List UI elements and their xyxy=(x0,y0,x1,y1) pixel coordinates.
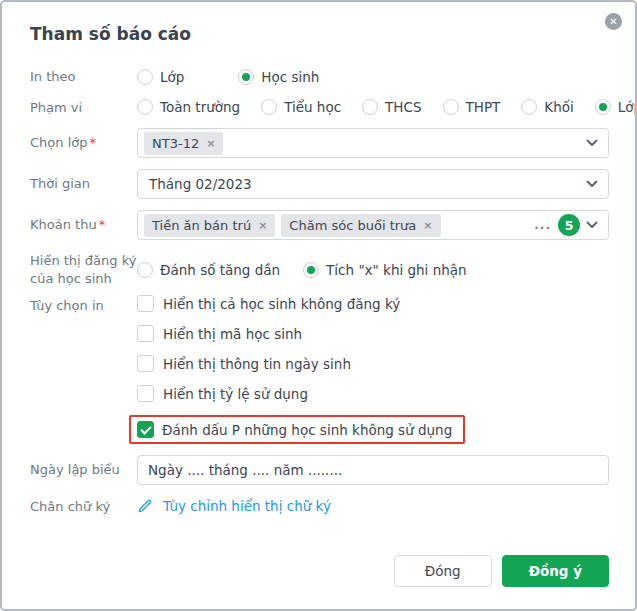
radio-icon[interactable] xyxy=(137,262,153,278)
radio-label[interactable]: Lớp xyxy=(160,69,184,85)
row-report-date: Ngày lập biểu Ngày .... tháng .... năm .… xyxy=(30,455,609,485)
radio-option-thcs[interactable]: THCS xyxy=(362,99,421,115)
overflow-indicator: ... 5 xyxy=(534,214,580,236)
radio-label[interactable]: Học sinh xyxy=(261,69,319,85)
print-by-label: In theo xyxy=(30,68,137,86)
dialog-title: Tham số báo cáo xyxy=(30,24,609,44)
dialog-footer: Đóng Đồng ý xyxy=(30,555,609,587)
checkbox-icon[interactable] xyxy=(137,325,154,342)
time-period-label: Thời gian xyxy=(30,175,137,193)
tag-text: NT3-12 xyxy=(152,136,199,151)
radio-label[interactable]: Tiểu học xyxy=(284,99,341,115)
checkbox-label[interactable]: Hiển thị tỷ lệ sử dụng xyxy=(163,386,308,402)
row-signature-footer: Chân chữ ký Tùy chỉnh hiển thị chữ ký xyxy=(30,497,609,517)
checkbox-show-unregistered[interactable]: Hiển thị cả học sinh không đăng ký xyxy=(137,295,609,312)
remove-tag-icon[interactable]: × xyxy=(423,219,432,232)
row-fee-select: Khoản thu* Tiền ăn bán trú × Chăm sóc bu… xyxy=(30,210,609,240)
checkbox-icon[interactable] xyxy=(137,385,154,402)
selected-count-badge: 5 xyxy=(558,214,580,236)
radio-label[interactable]: THCS xyxy=(385,99,421,115)
radio-label[interactable]: Đánh số tăng dần xyxy=(160,262,280,278)
radio-icon[interactable] xyxy=(137,69,153,85)
row-scope: Phạm vi Toàn trường Tiểu học THCS THPT xyxy=(30,99,609,117)
selected-value: Tháng 02/2023 xyxy=(144,176,252,192)
ellipsis-text: ... xyxy=(534,218,551,232)
close-icon[interactable]: ✕ xyxy=(605,13,622,30)
report-date-input[interactable]: Ngày .... tháng .... năm ........ xyxy=(137,455,609,485)
selected-fee-tag: Chăm sóc buổi trưa × xyxy=(281,214,440,237)
checkbox-label[interactable]: Hiển thị thông tin ngày sinh xyxy=(163,356,351,372)
radio-option-danh-so[interactable]: Đánh số tăng dần xyxy=(137,262,280,278)
radio-label[interactable]: THPT xyxy=(466,99,501,115)
radio-label[interactable]: Khối xyxy=(544,99,573,115)
confirm-button[interactable]: Đồng ý xyxy=(502,555,609,587)
radio-label[interactable]: Toàn trường xyxy=(160,99,240,115)
selected-class-tag: NT3-12 × xyxy=(144,132,223,155)
print-options-label: Tùy chọn in xyxy=(30,295,137,315)
row-print-by: In theo Lớp Học sinh xyxy=(30,68,609,86)
checkbox-label[interactable]: Hiển thị cả học sinh không đăng ký xyxy=(163,296,400,312)
radio-option-tich-x[interactable]: Tích "x" khi ghi nhận xyxy=(303,262,467,278)
radio-option-tieu-hoc[interactable]: Tiểu học xyxy=(261,99,341,115)
selected-fee-tag: Tiền ăn bán trú × xyxy=(144,214,275,237)
tag-text: Tiền ăn bán trú xyxy=(152,218,251,233)
checkbox-show-usage-rate[interactable]: Hiển thị tỷ lệ sử dụng xyxy=(137,385,609,402)
radio-icon[interactable] xyxy=(362,99,378,115)
radio-option-khoi[interactable]: Khối xyxy=(521,99,573,115)
radio-icon[interactable] xyxy=(443,99,459,115)
input-value: Ngày .... tháng .... năm ........ xyxy=(148,462,342,478)
highlight-red-box: Đánh dấu P những học sinh không sử dụng xyxy=(129,415,465,444)
row-time-period: Thời gian Tháng 02/2023 xyxy=(30,169,609,199)
row-print-options: Tùy chọn in Hiển thị cả học sinh không đ… xyxy=(30,295,609,444)
link-text[interactable]: Tùy chỉnh hiển thị chữ ký xyxy=(163,498,331,514)
radio-option-lop[interactable]: Lớp xyxy=(137,69,184,85)
radio-option-toan-truong[interactable]: Toàn trường xyxy=(137,99,240,115)
radio-option-hoc-sinh[interactable]: Học sinh xyxy=(238,69,319,85)
required-mark: * xyxy=(89,135,96,150)
checkbox-label[interactable]: Hiển thị mã học sinh xyxy=(163,326,302,342)
remove-tag-icon[interactable]: × xyxy=(206,137,215,150)
fee-multiselect[interactable]: Tiền ăn bán trú × Chăm sóc buổi trưa × .… xyxy=(137,210,609,240)
radio-icon[interactable] xyxy=(261,99,277,115)
class-select-label: Chọn lớp* xyxy=(30,134,137,152)
chevron-down-icon[interactable] xyxy=(586,139,598,147)
radio-selected-icon[interactable] xyxy=(303,262,319,278)
row-class-select: Chọn lớp* NT3-12 × xyxy=(30,128,609,158)
radio-option-lop-scope[interactable]: Lớp xyxy=(595,99,637,115)
radio-icon[interactable] xyxy=(137,99,153,115)
row-registration-display: Hiển thị đăng ký của học sinh Đánh số tă… xyxy=(30,252,609,287)
checkbox-mark-p-row: Đánh dấu P những học sinh không sử dụng xyxy=(137,415,609,444)
checkbox-show-birthdate[interactable]: Hiển thị thông tin ngày sinh xyxy=(137,355,609,372)
tag-text: Chăm sóc buổi trưa xyxy=(289,218,416,233)
fee-select-label: Khoản thu* xyxy=(30,216,137,234)
checkbox-icon[interactable] xyxy=(137,295,154,312)
radio-label[interactable]: Tích "x" khi ghi nhận xyxy=(326,262,467,278)
radio-selected-icon[interactable] xyxy=(595,99,611,115)
report-parameters-dialog: ✕ Tham số báo cáo In theo Lớp Học sinh P… xyxy=(0,0,637,611)
remove-tag-icon[interactable]: × xyxy=(258,219,267,232)
chevron-down-icon[interactable] xyxy=(586,221,598,229)
time-period-select[interactable]: Tháng 02/2023 xyxy=(137,169,609,199)
class-multiselect[interactable]: NT3-12 × xyxy=(137,128,609,158)
label-text: Chọn lớp xyxy=(30,135,87,150)
radio-option-thpt[interactable]: THPT xyxy=(443,99,501,115)
scope-label: Phạm vi xyxy=(30,99,137,117)
checkbox-show-student-code[interactable]: Hiển thị mã học sinh xyxy=(137,325,609,342)
customize-signature-link[interactable]: Tùy chỉnh hiển thị chữ ký xyxy=(137,497,331,514)
checkbox-label[interactable]: Đánh dấu P những học sinh không sử dụng xyxy=(162,422,452,438)
pencil-icon xyxy=(137,497,154,514)
radio-label[interactable]: Lớp xyxy=(618,99,637,115)
report-date-label: Ngày lập biểu xyxy=(30,461,137,479)
signature-footer-label: Chân chữ ký xyxy=(30,498,137,516)
chevron-down-icon[interactable] xyxy=(586,180,598,188)
radio-selected-icon[interactable] xyxy=(238,69,254,85)
close-button[interactable]: Đóng xyxy=(394,555,492,587)
label-text: Khoản thu xyxy=(30,217,97,232)
checkbox-icon[interactable] xyxy=(137,355,154,372)
radio-icon[interactable] xyxy=(521,99,537,115)
required-mark: * xyxy=(99,217,106,232)
registration-display-label: Hiển thị đăng ký của học sinh xyxy=(30,252,137,287)
checkbox-checked-icon[interactable] xyxy=(137,421,154,438)
